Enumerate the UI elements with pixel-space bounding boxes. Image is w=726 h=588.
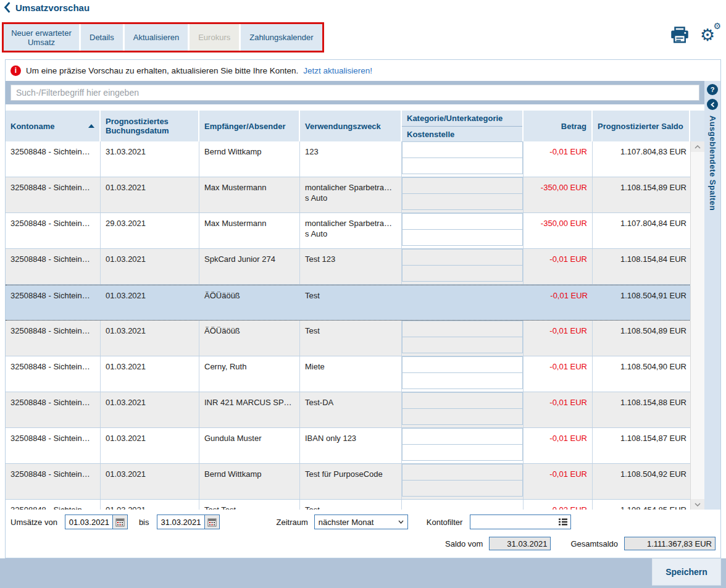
save-button[interactable]: Speichern (652, 558, 721, 586)
cell-date: 01.03.2021 (101, 285, 199, 320)
cell-amount: -0,01 EUR (524, 356, 593, 392)
search-input[interactable] (10, 85, 699, 101)
cell-amount: -0,01 EUR (524, 464, 593, 499)
back-chevron-icon[interactable] (4, 2, 11, 13)
category-input[interactable] (402, 321, 523, 337)
printer-icon[interactable] (670, 27, 689, 44)
kontofilter-input[interactable] (470, 518, 556, 527)
category-input[interactable] (402, 249, 523, 266)
chevron-left-circle-icon[interactable] (707, 99, 718, 110)
header-kontoname[interactable]: Kontoname (6, 111, 101, 141)
cell-category (402, 356, 524, 392)
cost-center-input[interactable] (402, 229, 523, 246)
cell-category (402, 141, 524, 177)
sort-ascending-icon (88, 124, 94, 128)
table-row[interactable]: 32508848 - Sichtein…01.03.2021Test Test…… (6, 500, 704, 510)
gear-icon[interactable]: ⚙ ⚙ (700, 26, 719, 44)
cost-center-input[interactable] (402, 480, 523, 497)
table-row[interactable]: 32508848 - Sichtein…31.03.2021Bernd Witt… (6, 141, 704, 177)
kontofilter-field (470, 514, 571, 529)
new-expected-transaction-button[interactable]: Neuer erwarteter Umsatz (4, 24, 79, 51)
category-input[interactable] (402, 464, 523, 481)
hidden-columns-sidebar[interactable]: ? Ausgeblendete Spalten (704, 81, 720, 510)
cost-center-input[interactable] (402, 193, 523, 210)
zeitraum-label: Zeitraum (277, 518, 308, 527)
cell-date: 01.03.2021 (101, 500, 199, 510)
category-input[interactable] (402, 177, 523, 194)
scroll-up-button[interactable] (691, 141, 704, 152)
cell-purpose: Test (300, 321, 402, 356)
zeitraum-select[interactable]: nächster Monat (314, 514, 408, 529)
list-icon[interactable] (556, 515, 570, 529)
header-kostenstelle[interactable]: Kostenstelle (402, 126, 522, 141)
table-row[interactable]: 32508848 - Sichtein…01.03.2021Max Muster… (6, 177, 704, 213)
header-kategorie[interactable]: Kategorie/Unterkategorie (402, 111, 522, 126)
cell-amount: -350,00 EUR (524, 177, 593, 212)
cell-date: 01.03.2021 (101, 356, 199, 392)
header-verwendungszweck[interactable]: Verwendungszweck (300, 111, 402, 141)
header-scrollbar-spacer (690, 111, 704, 141)
vertical-scrollbar[interactable] (690, 141, 704, 510)
cost-center-input[interactable] (402, 158, 523, 174)
calendar-icon[interactable] (112, 515, 127, 529)
table-row[interactable]: 32508848 - Sichtein…01.03.2021ÄÖÜäöüßTes… (6, 321, 704, 356)
info-message: Um eine präzise Vorschau zu erhalten, ak… (26, 66, 298, 75)
cell-date: 01.03.2021 (101, 464, 199, 499)
cell-category (402, 285, 524, 320)
cost-center-input[interactable] (402, 265, 523, 282)
transactions-table: Kontoname Prognostiziertes Buchungsdatum… (6, 111, 704, 510)
table-body: 32508848 - Sichtein…31.03.2021Bernd Witt… (6, 141, 704, 510)
table-row[interactable]: 32508848 - Sichtein…01.03.2021INR 421 MA… (6, 392, 704, 428)
category-input[interactable] (402, 392, 523, 409)
refresh-now-link[interactable]: Jetzt aktualisieren! (303, 66, 372, 75)
scroll-down-button[interactable] (691, 499, 704, 510)
cell-purpose: Test (300, 285, 402, 320)
cell-category (402, 500, 524, 510)
cell-party: Cerny, Ruth (199, 356, 300, 392)
cell-purpose: montalicher Sparbetra…s Auto (300, 177, 402, 212)
help-icon[interactable]: ? (707, 84, 718, 95)
refresh-button[interactable]: Aktualisieren (125, 24, 188, 51)
cell-category (402, 428, 524, 463)
cost-center-input[interactable] (402, 444, 523, 461)
cell-balance: 1.108.154,87 EUR (593, 428, 690, 463)
category-input[interactable] (402, 213, 523, 230)
cell-category (402, 249, 524, 284)
header-betrag[interactable]: Betrag (524, 111, 593, 141)
calendar-icon[interactable] (204, 515, 219, 529)
cost-center-input[interactable] (402, 372, 523, 389)
cost-center-input[interactable] (402, 337, 523, 353)
header-empfaenger[interactable]: Empfänger/Absender (199, 111, 300, 141)
gesamtsaldo-label: Gesamtsaldo (570, 539, 618, 548)
info-bar: i Um eine präzise Vorschau zu erhalten, … (6, 60, 720, 81)
cell-category (402, 321, 524, 356)
cell-amount: -0,01 EUR (524, 321, 593, 356)
cell-amount: -0,01 EUR (524, 392, 593, 427)
date-to-input[interactable] (157, 518, 204, 527)
table-row[interactable]: 32508848 - Sichtein…01.03.2021Bernd Witt… (6, 464, 704, 500)
bis-label: bis (139, 518, 149, 527)
category-input[interactable] (402, 141, 523, 158)
cell-account: 32508848 - Sichtein… (6, 177, 101, 212)
header-prognostizierter-saldo[interactable]: Prognostizierter Saldo (593, 111, 690, 141)
gesamtsaldo-field: 1.111.367,83 EUR (624, 537, 716, 550)
header-kategorie-kostenstelle[interactable]: Kategorie/Unterkategorie Kostenstelle (402, 111, 524, 141)
date-from-input[interactable] (65, 518, 112, 527)
toolbar: Neuer erwarteter Umsatz Details Aktualis… (2, 22, 324, 52)
cell-category (402, 213, 524, 248)
table-row[interactable]: 32508848 - Sichtein…29.03.2021Max Muster… (6, 213, 704, 249)
table-row[interactable]: 32508848 - Sichtein…01.03.2021ÄÖÜäöüßTes… (6, 285, 704, 321)
cell-amount: -0,01 EUR (524, 428, 593, 463)
details-button[interactable]: Details (81, 24, 123, 51)
cell-balance: 1.107.804,84 EUR (593, 213, 690, 248)
category-input[interactable] (402, 428, 523, 445)
table-row[interactable]: 32508848 - Sichtein…01.03.2021Gundula Mu… (6, 428, 704, 464)
cost-center-input[interactable] (402, 408, 523, 425)
category-input[interactable] (402, 356, 523, 373)
table-row[interactable]: 32508848 - Sichtein…01.03.2021Cerny, Rut… (6, 356, 704, 392)
payment-calendar-button[interactable]: Zahlungskalender (241, 24, 322, 51)
header-buchungsdatum[interactable]: Prognostiziertes Buchungsdatum (101, 111, 199, 141)
cell-party: ÄÖÜäöüß (199, 285, 300, 320)
saldo-vom-label: Saldo vom (445, 539, 483, 548)
table-row[interactable]: 32508848 - Sichtein…01.03.2021SpkCard Ju… (6, 249, 704, 285)
